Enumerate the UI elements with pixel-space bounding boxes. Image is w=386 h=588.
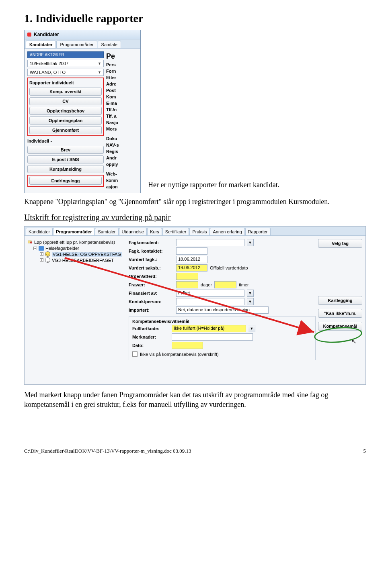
subheading: Utskrift for registrering av vurdering p… — [24, 213, 366, 222]
expand-icon[interactable]: + — [40, 258, 43, 262]
svg-point-1 — [30, 242, 32, 244]
wide-body: Løp (opprett ett løp pr. kompetansebevis… — [25, 236, 365, 384]
merknader-input[interactable] — [172, 333, 253, 341]
tab-praksis[interactable]: Praksis — [189, 228, 209, 235]
page-footer: C:\Div_Kundefiler\RealDOK\VV-BF-13\VV-ra… — [24, 445, 366, 454]
right-label: opply — [106, 161, 126, 167]
kontaktperson-input[interactable] — [176, 298, 244, 305]
right-label: komn — [106, 177, 126, 184]
kontaktet-label: Fagk. kontaktet: — [129, 249, 174, 253]
vurdert-fagk-input[interactable]: 18.06.2012 — [176, 256, 207, 263]
fagkonsulent-label: Fagkonsulent: — [129, 240, 174, 245]
tabs-row: Kandidater Programområder Samtale — [25, 39, 140, 49]
right-label: Forn — [106, 68, 126, 74]
tab-annen-erfaring[interactable]: Annen erfaring — [210, 228, 244, 235]
fravaer-timer-input[interactable] — [214, 281, 236, 288]
endringslogg-button[interactable]: Endringslogg — [29, 177, 102, 185]
kompetansemal-button[interactable]: Kompetansemål — [318, 322, 362, 331]
tree-panel: Løp (opprett ett løp pr. kompetansebevis… — [28, 239, 126, 381]
expand-icon[interactable]: + — [40, 252, 43, 256]
tab-utdannelse[interactable]: Utdannelse — [119, 228, 147, 235]
epost-sms-button[interactable]: E-post / SMS — [27, 155, 104, 163]
kontaktet-input[interactable] — [176, 247, 207, 255]
dato-input[interactable] — [172, 342, 203, 349]
tab-samtaler[interactable]: Samtaler — [95, 228, 118, 235]
chevron-down-icon[interactable]: ▼ — [247, 239, 254, 246]
right-label: NAV-s — [106, 142, 126, 148]
right-label: Etter — [106, 74, 126, 81]
right-header: Pe — [106, 51, 126, 61]
fravaer-dager-input[interactable] — [176, 281, 198, 288]
dato-label: Dato: — [132, 343, 169, 348]
tab-sertifikater[interactable]: Sertifikater — [162, 228, 189, 235]
kontakt-label: Kontaktperson: — [129, 299, 174, 304]
fravaer-label: Fravær: — [129, 282, 174, 287]
fagkonsulent-input[interactable] — [176, 239, 244, 246]
orden-input[interactable] — [176, 273, 198, 280]
brev-button[interactable]: Brev — [27, 146, 104, 154]
opplaeringsplan-button[interactable]: Opplæringsplan — [29, 116, 102, 125]
person-combo[interactable]: WATLAND, OTTO▼ — [27, 69, 104, 76]
group-selector[interactable]: ANDRE AKTØRER — [27, 51, 104, 58]
right-label: E-ma — [106, 100, 126, 106]
fullfort-label: Fullførtkode: — [132, 326, 169, 331]
komp-oversikt-button[interactable]: Komp. oversikt — [29, 88, 102, 96]
gjennomfort-button[interactable]: Gjennomført — [29, 126, 102, 134]
kurspamelding-button[interactable]: Kurspåmelding — [27, 165, 104, 173]
tab-rapporter[interactable]: Rapporter — [245, 228, 271, 235]
chevron-down-icon[interactable]: ▼ — [248, 325, 255, 332]
tree-item-row[interactable]: + ◡ VG1-HELSE- OG OPPVEKSTFAG — [40, 251, 126, 257]
tab-kurs[interactable]: Kurs — [147, 228, 162, 235]
checkbox-label: Ikke vis på kompetansebevis (overskrift) — [140, 352, 219, 357]
tab-programomrader[interactable]: Programområder — [56, 41, 97, 48]
kartlegging-button[interactable]: Kartlegging — [318, 296, 362, 305]
neutral-icon: ·_· — [45, 257, 50, 263]
fullfortkode-input[interactable]: Ikke fullført (H=Holder på) — [172, 325, 246, 332]
folder-icon — [39, 246, 44, 251]
tab-kandidater[interactable]: Kandidater — [26, 228, 53, 235]
vurdert-saksb-label: Vurdert saksb.: — [129, 265, 174, 270]
kompetansebevis-header: Kompetansebevis/vitnemål — [132, 319, 312, 324]
body-paragraph: Med markert knapp under fanen Programomr… — [24, 390, 366, 409]
orden-label: Orden/atferd: — [129, 274, 174, 279]
checkbox-row[interactable]: Ikke vis på kompetansebevis (overskrift) — [132, 351, 312, 357]
tree-root-row[interactable]: − Helsefagarbeider — [33, 245, 126, 251]
rapporter-group-highlight: Rapporter individuelt Komp. oversikt CV … — [27, 78, 104, 136]
finans-label: Finansiert av: — [129, 291, 174, 296]
tree-item-row[interactable]: + ·_· VG3-HELSEARBEIDERFAGET — [40, 257, 126, 263]
collapse-icon[interactable]: − — [33, 247, 37, 250]
tab-samtale[interactable]: Samtale — [98, 41, 121, 48]
right-label: Doku — [106, 135, 126, 142]
right-label: Kom — [106, 94, 126, 100]
individuell-header: Individuell - — [27, 138, 104, 144]
right-label: Pers — [106, 61, 126, 68]
footer-path: C:\Div_Kundefiler\RealDOK\VV-BF-13\VV-ra… — [24, 448, 191, 454]
tiltak-combo[interactable]: 10/Enkelttiltak 2007▼ — [27, 60, 104, 67]
kompetansebevis-group: Kompetansebevis/vitnemål Fullførtkode:Ik… — [129, 316, 316, 360]
right-label: asjon — [106, 184, 126, 190]
window-title: Kandidater — [34, 32, 59, 37]
right-label: Andr — [106, 155, 126, 161]
merk-label: Merknader: — [132, 335, 169, 339]
tab-kandidater[interactable]: Kandidater — [26, 41, 56, 48]
vurdert-fagk-label: Vurdert fagk.: — [129, 257, 174, 262]
right-slice: Pe Pers Forn Etter Adre Post Kom E-ma Tl… — [106, 51, 126, 190]
right-label: Web- — [106, 171, 126, 177]
checkbox-icon[interactable] — [132, 351, 138, 357]
chevron-down-icon[interactable]: ▼ — [247, 290, 254, 297]
right-label: Nasjo — [106, 119, 126, 126]
kan-ikke-button[interactable]: "Kan ikke"/h.m. — [318, 309, 362, 318]
right-label: Tlf. a — [106, 113, 126, 119]
programomrader-window: Kandidater Programområder Samtaler Utdan… — [24, 226, 366, 385]
chevron-down-icon[interactable]: ▼ — [247, 298, 254, 305]
tabs-row-wide: Kandidater Programområder Samtaler Utdan… — [25, 227, 365, 236]
cv-button[interactable]: CV — [29, 97, 102, 105]
finans-input[interactable]: Fylket — [176, 290, 244, 297]
import-label: Importert: — [129, 308, 174, 312]
vurdert-saksb-input[interactable]: 19.06.2012 — [176, 264, 207, 272]
velg-fag-button[interactable]: Velg fag — [318, 239, 362, 248]
right-label: Tlf./n — [106, 106, 126, 113]
opplaeringsbehov-button[interactable]: Opplæringsbehov — [29, 107, 102, 115]
intro-block: Kandidater Kandidater Programområder Sam… — [24, 30, 366, 193]
tab-programomrader[interactable]: Programområder — [53, 228, 94, 235]
